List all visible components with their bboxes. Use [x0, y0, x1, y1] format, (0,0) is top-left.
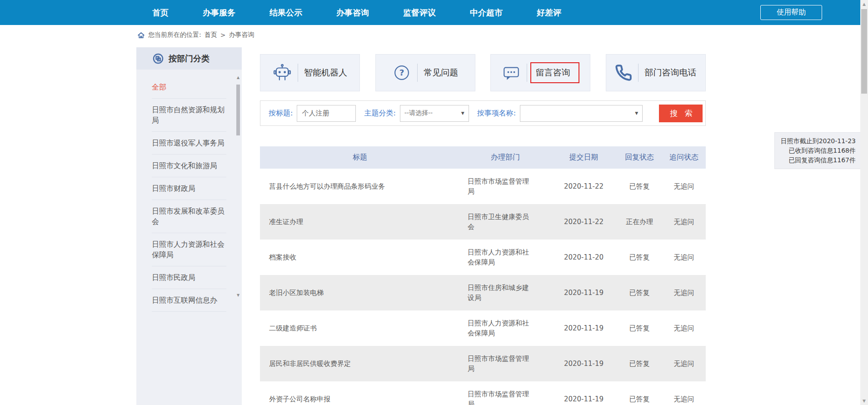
nav-item[interactable]: 好差评 — [537, 7, 561, 18]
cell-reply-status: 正在办理 — [617, 218, 662, 226]
sidebar-item-department[interactable]: 日照市自然资源和规划局 — [152, 99, 226, 132]
column-header-reply-status: 回复状态 — [617, 153, 662, 162]
tab-label: 常见问题 — [424, 67, 458, 79]
breadcrumb-home-link[interactable]: 首页 — [205, 31, 217, 39]
sidebar-item-department[interactable]: 全部 — [152, 76, 226, 99]
consultation-table: 标题 办理部门 提交日期 回复状态 追问状态 莒县什么地方可以办理商品条形码业务… — [260, 146, 706, 405]
sidebar-item-department[interactable]: 日照市民政局 — [152, 266, 226, 289]
nav-items: 首页办事服务结果公示办事咨询监督评议中介超市好差评 — [0, 0, 868, 25]
table-row[interactable]: 二级建造师证书 日照市人力资源和社会保障局 2020-11-19 已答复 无追问 — [260, 310, 706, 346]
active-tab-highlight: 留言咨询 — [530, 62, 579, 83]
nav-item[interactable]: 结果公示 — [269, 7, 302, 18]
search-button[interactable]: 搜 索 — [659, 105, 703, 122]
cell-department: 日照市住房和城乡建设局 — [460, 283, 551, 303]
table-row[interactable]: 准生证办理 日照市卫生健康委员会 2020-11-22 正在办理 无追问 — [260, 204, 706, 240]
cell-reply-status: 已答复 — [617, 324, 662, 333]
category-select-value: --请选择-- — [404, 109, 433, 117]
sidebar-item-department[interactable]: 日照市人力资源和社会保障局 — [152, 233, 226, 266]
category-select[interactable]: --请选择-- ▼ — [400, 105, 469, 122]
department-category-list: 全部日照市自然资源和规划局日照市退役军人事务局日照市文化和旅游局日照市财政局日照… — [136, 70, 242, 312]
category-grid-icon — [153, 53, 164, 64]
table-row[interactable]: 档案接收 日照市人力资源和社会保障局 2020-11-20 已答复 无追问 — [260, 240, 706, 275]
help-button[interactable]: 使用帮助 — [760, 5, 822, 20]
cell-date: 2020-11-22 — [551, 218, 617, 226]
search-form: 按标题: 主题分类: --请选择-- ▼ 按事项名称: ▼ 搜 索 — [260, 100, 706, 126]
stats-line: 已收到咨询信息1168件 — [779, 146, 856, 155]
table-row[interactable]: 外资子公司名称申报 日照市市场监督管理局 2020-11-19 已答复 无追问 — [260, 381, 706, 405]
sidebar-scrollbar-thumb[interactable] — [236, 85, 240, 135]
scroll-down-icon[interactable]: ▼ — [860, 399, 868, 403]
main-content: 智能机器人 ? 常见问题 留言咨询 — [260, 54, 706, 405]
sidebar-item-department[interactable]: 日照市互联网信息办 — [152, 289, 226, 312]
breadcrumb-current: 办事咨询 — [229, 31, 254, 39]
cell-reply-status: 已答复 — [617, 289, 662, 297]
cell-title[interactable]: 莒县什么地方可以办理商品条形码业务 — [260, 181, 460, 191]
tab-message-consult[interactable]: 留言咨询 — [490, 54, 590, 91]
category-label: 主题分类: — [364, 109, 395, 118]
sidebar-item-department[interactable]: 日照市发展和改革委员会 — [152, 200, 226, 233]
table-row[interactable]: 居民和非居民供暖收费界定 日照市市场监督管理局 2020-11-19 已答复 无… — [260, 346, 706, 381]
channel-tabs: 智能机器人 ? 常见问题 留言咨询 — [260, 54, 706, 91]
cell-department: 日照市人力资源和社会保障局 — [460, 318, 551, 338]
scroll-down-icon[interactable]: ▼ — [235, 293, 241, 297]
nav-item[interactable]: 中介超市 — [470, 7, 503, 18]
tab-smart-robot[interactable]: 智能机器人 — [260, 54, 360, 91]
item-name-select[interactable]: ▼ — [520, 105, 643, 122]
stats-line: 已回复咨询信息1167件 — [779, 155, 856, 165]
column-header-title: 标题 — [260, 153, 460, 162]
scroll-up-icon[interactable]: ▲ — [235, 75, 241, 80]
cell-title[interactable]: 准生证办理 — [260, 217, 460, 227]
cell-title[interactable]: 居民和非居民供暖收费界定 — [260, 359, 460, 369]
sidebar-header: 按部门分类 — [136, 47, 242, 70]
cell-date: 2020-11-20 — [551, 253, 617, 261]
page: 首页办事服务结果公示办事咨询监督评议中介超市好差评 使用帮助 您当前所在的位置:… — [0, 0, 868, 405]
cell-department: 日照市市场监督管理局 — [460, 389, 551, 405]
cell-reply-status: 已答复 — [617, 395, 662, 404]
cell-title[interactable]: 档案接收 — [260, 252, 460, 262]
tab-faq[interactable]: ? 常见问题 — [375, 54, 475, 91]
nav-item[interactable]: 监督评议 — [403, 7, 436, 18]
cell-date: 2020-11-19 — [551, 324, 617, 332]
page-scrollbar[interactable]: ▲ ▼ — [860, 0, 868, 405]
table-row[interactable]: 老旧小区加装电梯 日照市住房和城乡建设局 2020-11-19 已答复 无追问 — [260, 275, 706, 310]
cell-department: 日照市卫生健康委员会 — [460, 212, 551, 232]
nav-item[interactable]: 办事咨询 — [336, 7, 369, 18]
breadcrumb-separator: > — [220, 31, 226, 39]
breadcrumb: 您当前所在的位置: 首页 > 办事咨询 — [137, 25, 254, 45]
cell-date: 2020-11-22 — [551, 182, 617, 190]
chevron-down-icon: ▼ — [461, 111, 464, 115]
page-scrollbar-thumb[interactable] — [861, 9, 867, 94]
robot-icon — [273, 63, 292, 82]
cell-department: 日照市人力资源和社会保障局 — [460, 247, 551, 267]
cell-title[interactable]: 外资子公司名称申报 — [260, 394, 460, 404]
sidebar-item-department[interactable]: 日照市文化和旅游局 — [152, 155, 226, 177]
stats-line: 日照市截止到2020-11-23 — [779, 136, 856, 146]
top-nav-bar: 首页办事服务结果公示办事咨询监督评议中介超市好差评 使用帮助 — [0, 0, 868, 25]
title-search-input[interactable] — [297, 105, 356, 122]
sidebar-scrollbar[interactable]: ▲ ▼ — [235, 75, 241, 297]
chevron-down-icon: ▼ — [635, 111, 638, 115]
sidebar-title: 按部门分类 — [169, 53, 210, 64]
table-row[interactable]: 莒县什么地方可以办理商品条形码业务 日照市市场监督管理局 2020-11-22 … — [260, 169, 706, 204]
cell-reply-status: 已答复 — [617, 182, 662, 191]
nav-item[interactable]: 办事服务 — [203, 7, 235, 18]
question-icon: ? — [392, 63, 411, 82]
sidebar-panel: 按部门分类 全部日照市自然资源和规划局日照市退役军人事务局日照市文化和旅游局日照… — [136, 47, 242, 405]
tab-divider — [417, 64, 418, 82]
scroll-up-icon[interactable]: ▲ — [860, 2, 868, 6]
tab-department-phone[interactable]: 部门咨询电话 — [606, 54, 706, 91]
breadcrumb-label: 您当前所在的位置: — [148, 31, 201, 39]
cell-date: 2020-11-19 — [551, 395, 617, 403]
cell-title[interactable]: 二级建造师证书 — [260, 323, 460, 333]
column-header-date: 提交日期 — [551, 153, 617, 162]
cell-followup-status: 无追问 — [662, 182, 706, 191]
sidebar-item-department[interactable]: 日照市财政局 — [152, 177, 226, 200]
cell-reply-status: 已答复 — [617, 253, 662, 262]
nav-item[interactable]: 首页 — [152, 7, 169, 18]
cell-reply-status: 已答复 — [617, 360, 662, 368]
home-icon — [137, 31, 145, 39]
sidebar-item-department[interactable]: 日照市退役军人事务局 — [152, 132, 226, 155]
tab-label: 部门咨询电话 — [644, 67, 696, 79]
cell-title[interactable]: 老旧小区加装电梯 — [260, 288, 460, 298]
cell-date: 2020-11-19 — [551, 360, 617, 368]
